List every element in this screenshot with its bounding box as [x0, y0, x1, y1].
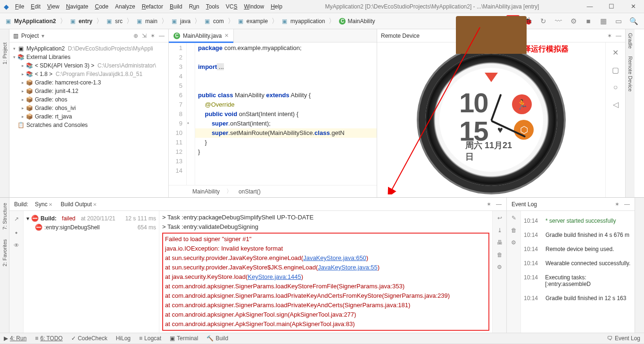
build-root-row[interactable]: ▾⛔ Build: failed at 2020/11/21 12 s 111 … — [25, 214, 157, 223]
tree-row[interactable]: 📋Scratches and Consoles — [9, 121, 168, 129]
device-back-icon[interactable]: ◁ — [613, 100, 619, 109]
eventlog-row[interactable]: 10:14Executing tasks: [:entry:assembleD — [523, 270, 633, 291]
eventlog-trash-icon[interactable]: 🗑 — [511, 227, 517, 234]
menu-analyze[interactable]: Analyze — [112, 1, 138, 12]
stop-button[interactable]: ■ — [582, 17, 595, 25]
breadcrumb-src[interactable]: ▣src — [105, 17, 124, 25]
breadcrumb-myapplication[interactable]: ▣myapplication — [280, 17, 327, 25]
code-area[interactable]: package com.example.myapplication; impor… — [195, 42, 377, 185]
maximize-button[interactable]: ☐ — [601, 0, 622, 13]
editor-body[interactable]: 1234567891011121314 ⬥ package com.exampl… — [169, 42, 377, 185]
view-icon[interactable]: 👁 — [14, 242, 19, 249]
tab-codecheck[interactable]: ✓ CodeCheck — [71, 335, 107, 342]
menu-run[interactable]: Run — [186, 1, 202, 12]
breadcrumb-entry[interactable]: ▣entry — [68, 17, 94, 25]
menu-edit[interactable]: Edit — [28, 1, 43, 12]
editor-breadcrumb: MainAbility 〉 onStart() — [169, 185, 377, 197]
device-hide-icon[interactable]: — — [616, 33, 621, 39]
scroll-end-icon[interactable]: ⤓ — [497, 227, 502, 234]
avd-button[interactable]: ▭ — [612, 17, 625, 25]
tab-build[interactable]: 🔨 Build — [206, 335, 228, 342]
eventlog-gear-icon[interactable]: ⚙ — [511, 239, 516, 246]
profile-button[interactable]: 〰 — [552, 17, 565, 25]
tree-row[interactable]: ▸📚< 1.8 > C:\Program Files\Java\jdk1.8.0… — [9, 70, 168, 78]
hide-icon[interactable]: — — [159, 33, 165, 39]
device-circle-icon[interactable]: ○ — [613, 83, 618, 92]
eventlog-row[interactable]: 10:14Gradle build finished in 4 s 676 m — [523, 228, 633, 242]
gear-icon[interactable]: ⚙ — [497, 264, 502, 270]
device-rect-icon[interactable]: ▢ — [612, 66, 619, 75]
crumb-method[interactable]: onStart() — [239, 188, 261, 195]
clear-icon[interactable]: 🗑 — [497, 252, 503, 258]
build-tab-sync[interactable]: Sync✕ — [33, 200, 54, 209]
build-tool-window: Build: Sync✕ Build Output✕ ✶— ↗ ⬥ 👁 ▾⛔ B… — [9, 198, 507, 333]
menu-file[interactable]: File — [12, 1, 27, 12]
select-opened-icon[interactable]: ⊕ — [133, 33, 138, 39]
minimize-button[interactable]: — — [579, 0, 601, 13]
coverage-button[interactable]: ↻ — [537, 17, 550, 25]
tree-row[interactable]: ▸📦Gradle: ohos — [9, 95, 168, 104]
expand-all-icon[interactable]: ⇲ — [142, 33, 147, 39]
breadcrumb-example[interactable]: ▣example — [236, 17, 270, 25]
crumb-class[interactable]: MainAbility — [192, 188, 220, 195]
close-tab-icon[interactable]: ✕ — [224, 33, 229, 39]
eventlog-row[interactable]: 10:14Wearable connected successfully. — [523, 256, 633, 270]
eventlog-hide-icon[interactable]: — — [624, 201, 630, 208]
eventlog-settings-icon[interactable]: ✶ — [615, 201, 619, 208]
menu-refactor[interactable]: Refactor — [139, 1, 166, 12]
breadcrumb-com[interactable]: ▣com — [203, 17, 226, 25]
menu-code[interactable]: Code — [92, 1, 111, 12]
menu-help[interactable]: Help — [268, 1, 285, 12]
build-settings-icon[interactable]: ✶ — [487, 201, 491, 208]
tab-logcat[interactable]: ≡ Logcat — [139, 335, 161, 342]
close-button[interactable]: ✕ — [622, 0, 644, 13]
breadcrumb-root[interactable]: ▣MyApplication2 — [4, 17, 58, 25]
tab-structure[interactable]: 7: Structure — [1, 198, 8, 235]
tab-terminal[interactable]: ▣ Terminal — [170, 335, 198, 342]
menu-window[interactable]: Window — [241, 1, 267, 12]
build-hide-icon[interactable]: — — [496, 201, 502, 208]
build-tab-output[interactable]: Build Output✕ — [59, 200, 99, 209]
device-close-icon[interactable]: ✕ — [612, 48, 619, 57]
device-settings-icon[interactable]: ✶ — [607, 33, 612, 39]
tab-gradle[interactable]: Gradle — [627, 29, 634, 52]
settings-icon[interactable]: ✶ — [150, 33, 155, 39]
tree-row[interactable]: ▸📚< SDK(API Version 3) > C:\Users\Admini… — [9, 61, 168, 70]
menu-tools[interactable]: Tools — [203, 1, 222, 12]
breadcrumb-mainability[interactable]: CMainAbility — [337, 17, 377, 25]
build-child-row[interactable]: ⛔ :entry:signDebugShell 654 ms — [25, 223, 157, 232]
tab-hilog[interactable]: HiLog — [116, 335, 131, 342]
rerun-icon[interactable]: ↗ — [14, 216, 19, 222]
breadcrumb-java[interactable]: ▣java — [170, 17, 192, 25]
tree-row[interactable]: ▸📦Gradle: junit-4.12 — [9, 87, 168, 95]
layout-button[interactable]: ▦ — [597, 17, 610, 25]
menu-view[interactable]: View — [44, 1, 62, 12]
menu-build[interactable]: Build — [167, 1, 185, 12]
tab-favorites[interactable]: 2: Favorites — [1, 235, 8, 271]
tree-row[interactable]: ▸📦Gradle: hamcrest-core-1.3 — [9, 78, 168, 87]
build-output-text[interactable]: > Task :entry:packageDebugSimplifyShell … — [159, 211, 492, 333]
eventlog-row[interactable]: 10:14Remote device being used. — [523, 242, 633, 256]
watch-emulator[interactable]: 10 15 🏃 ♥ ⬡ 周六 11月21日 — [425, 54, 557, 186]
eventlog-edit-icon[interactable]: ✎ — [512, 215, 516, 221]
tab-project[interactable]: 1: Project — [1, 39, 8, 68]
tree-row[interactable]: ▾▣MyApplication2 D:\DevEcoStudioProjects… — [9, 44, 168, 53]
menu-vcs[interactable]: VCS — [223, 1, 240, 12]
tree-row[interactable]: ▸📦Gradle: rt_java — [9, 112, 168, 121]
search-button[interactable]: 🔍 — [627, 17, 640, 25]
soft-wrap-icon[interactable]: ↩ — [497, 215, 502, 221]
print-icon[interactable]: 🖶 — [497, 239, 503, 246]
tab-eventlog[interactable]: 🗨 Event Log — [607, 335, 640, 342]
breadcrumb-main[interactable]: ▣main — [135, 17, 159, 25]
tab-remote-device[interactable]: Remote Device — [627, 52, 634, 95]
tab-todo[interactable]: ≡ 6: TODO — [35, 335, 63, 342]
tab-run[interactable]: ▶ 4: Run — [4, 335, 26, 342]
editor-tab-mainability[interactable]: C MainAbility.java ✕ — [169, 29, 234, 42]
attach-button[interactable]: ⚙ — [567, 17, 580, 25]
filter-icon[interactable]: ⬥ — [15, 229, 18, 235]
eventlog-row[interactable]: 10:14* server started successfully — [523, 214, 633, 228]
eventlog-row[interactable]: 10:14Gradle build finished in 12 s 163 — [523, 291, 633, 305]
tree-row[interactable]: ▸📦Gradle: ohos_ivi — [9, 104, 168, 112]
menu-navigate[interactable]: Navigate — [63, 1, 91, 12]
tree-row[interactable]: ▾📚External Libraries — [9, 53, 168, 61]
